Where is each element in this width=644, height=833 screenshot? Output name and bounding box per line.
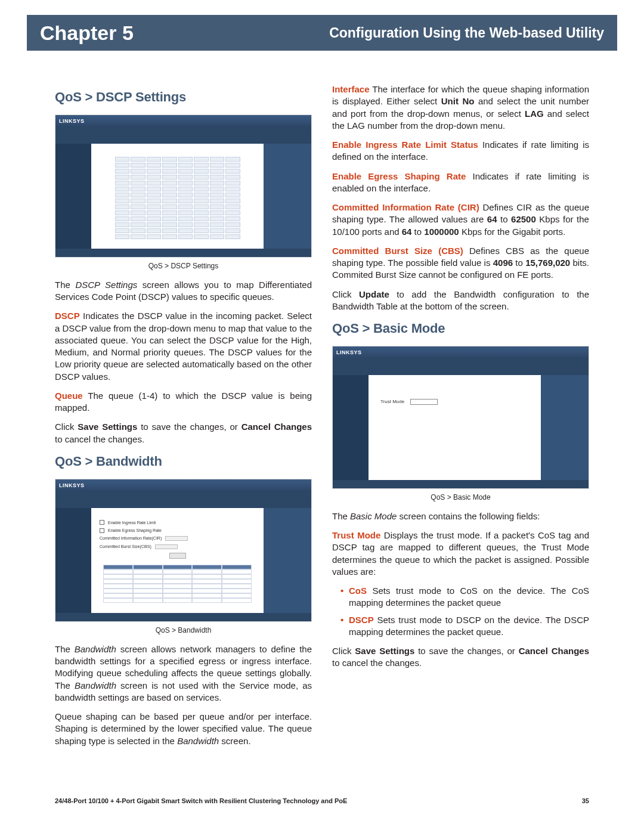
basic-mode-form: Trust Mode [369,375,541,429]
bandwidth-form: Enable Ingress Rate Limit Enable Egress … [91,508,264,615]
figure-dscp-settings: LINKSYS [55,114,312,271]
screenshot-dscp-settings: LINKSYS [55,114,312,258]
egress-shaping-rate-definition: Enable Egress Shaping Rate Indicates if … [332,171,589,195]
screenshot-brand: LINKSYS [55,115,311,126]
dscp-intro-paragraph: The DSCP Settings screen allows you to m… [55,279,312,304]
section-basic-mode-heading: QoS > Basic Mode [332,320,589,337]
screenshot-navbar [333,357,589,375]
dscp-bullet: DSCP Sets trust mode to DSCP on the devi… [340,614,589,639]
screenshot-leftnav [55,508,91,613]
page-footer: 24/48-Port 10/100 + 4-Port Gigabit Smart… [55,797,589,804]
dscp-definition: DSCP Indicates the DSCP value in the inc… [55,310,312,383]
screenshot-help-panel [541,375,589,480]
screenshot-leftnav [333,375,369,480]
section-bandwidth-heading: QoS > Bandwidth [55,453,312,470]
dscp-table-grid [115,157,240,239]
chapter-header: Chapter 5 Configuration Using the Web-ba… [27,15,617,51]
bandwidth-intro-paragraph: The Bandwidth screen allows network mana… [55,643,312,704]
trust-mode-values-list: CoS Sets trust mode to CoS on the device… [340,585,589,638]
figure-caption-bandwidth: QoS > Bandwidth [55,625,312,635]
queue-shaping-paragraph: Queue shaping can be based per queue and… [55,711,312,747]
section-dscp-settings-heading: QoS > DSCP Settings [55,88,312,106]
page: Chapter 5 Configuration Using the Web-ba… [0,0,644,833]
chapter-title: Configuration Using the Web-based Utilit… [329,25,604,41]
figure-caption-dscp: QoS > DSCP Settings [55,261,312,271]
right-column: Interface The interface for which the qu… [332,83,589,779]
bandwidth-table [103,565,252,603]
screenshot-navbar [55,490,311,508]
screenshot-help-panel [264,144,311,249]
screenshot-footer [55,249,311,257]
screenshot-brand: LINKSYS [333,346,589,357]
figure-basic-mode: LINKSYS Trust Mode QoS > Basic Mode [332,346,589,502]
screenshot-main [91,144,264,249]
figure-bandwidth: LINKSYS Enable Ingress Rate Limit Enable… [55,479,312,635]
screenshot-bandwidth: LINKSYS Enable Ingress Rate Limit Enable… [55,479,312,622]
interface-definition: Interface The interface for which the qu… [332,83,589,132]
cbs-definition: Committed Burst Size (CBS) Defines CBS a… [332,245,589,281]
screenshot-footer [333,480,589,488]
trust-mode-definition: Trust Mode Displays the trust mode. If a… [332,529,589,578]
screenshot-footer [55,613,311,621]
cos-bullet: CoS Sets trust mode to CoS on the device… [340,585,589,609]
save-cancel-paragraph-1: Click Save Settings to save the changes,… [55,421,312,445]
cir-definition: Committed Information Rate (CIR) Defines… [332,202,589,238]
screenshot-main: Trust Mode [369,375,541,480]
chapter-label: Chapter 5 [40,21,134,45]
screenshot-main: Enable Ingress Rate Limit Enable Egress … [91,508,264,613]
screenshot-brand: LINKSYS [55,479,311,490]
queue-definition: Queue The queue (1-4) to which the DSCP … [55,390,312,414]
basic-mode-intro: The Basic Mode screen contains the follo… [332,510,589,522]
figure-caption-basic-mode: QoS > Basic Mode [332,493,589,502]
product-name: 24/48-Port 10/100 + 4-Port Gigabit Smart… [55,797,347,804]
screenshot-basic-mode: LINKSYS Trust Mode [332,346,589,489]
left-column: QoS > DSCP Settings LINKSYS [55,83,312,779]
update-paragraph: Click Update to add the Bandwidth config… [332,289,589,313]
save-cancel-paragraph-2: Click Save Settings to save the changes,… [332,645,589,670]
screenshot-navbar [55,126,311,144]
ingress-rate-limit-definition: Enable Ingress Rate Limit Status Indicat… [332,139,589,163]
screenshot-leftnav [55,144,91,249]
screenshot-help-panel [264,508,311,613]
content-columns: QoS > DSCP Settings LINKSYS [55,83,589,779]
page-number: 35 [582,797,589,804]
